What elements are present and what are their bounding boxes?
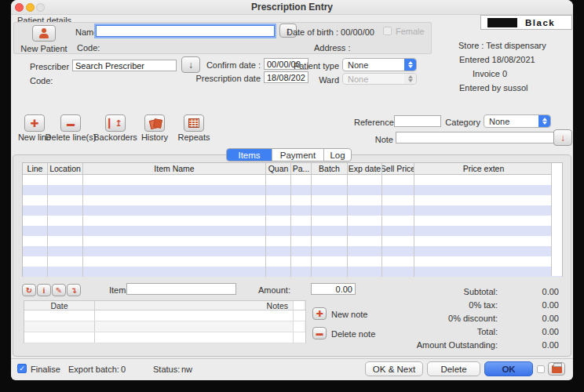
notes-row[interactable] [24,310,305,321]
close-window-icon[interactable] [15,3,24,12]
stepper-arrows-icon [538,115,550,127]
repeats-grid-icon [188,118,199,128]
pencil-icon: ✎ [56,286,62,295]
logo-mark-icon [487,18,517,27]
dob-label: Date of birth : [287,27,338,37]
patient-code-label: Code: [77,43,100,53]
status-value: nw [181,365,192,374]
table-row[interactable] [23,185,562,195]
item-input[interactable] [126,283,236,295]
prescriber-code-label: Code: [30,76,53,85]
col-line[interactable]: Line [23,163,48,174]
category-value: None [489,117,509,126]
new-patient-button[interactable] [32,25,56,42]
table-row[interactable] [23,226,562,236]
repeats-label: Repeats [174,132,214,142]
info-icon: i [43,286,46,295]
minimize-window-icon[interactable] [26,3,35,12]
table-row[interactable] [23,236,562,246]
history-button[interactable] [144,114,165,132]
table-row[interactable] [23,195,562,205]
entered-by-value: sussol [503,83,527,93]
col-pack[interactable]: Pa... [291,163,312,174]
repeats-button[interactable] [184,114,204,132]
directions-button[interactable]: ↴ [67,284,81,296]
tab-log[interactable]: Log [323,149,351,161]
table-row[interactable] [23,246,562,256]
table-row[interactable] [23,267,562,277]
prescriber-search-input[interactable] [72,60,177,71]
female-label: Female [396,27,425,36]
col-exp-date[interactable]: Exp date [348,163,382,174]
title-bar[interactable]: Prescription Entry [11,0,573,15]
ward-select: None [342,73,417,85]
store-label: Store : [458,41,484,50]
delete-button[interactable]: Delete [427,361,480,376]
minus-icon: ▬ [67,119,75,128]
entered-by-label: Entered by [459,83,501,93]
invoice-label: Invoice [473,69,500,78]
note-input[interactable] [396,132,562,143]
down-arrow-icon: ↓ [560,132,565,143]
notes-row[interactable] [24,321,305,332]
backorder-arrow-icon: ▎↥ [108,118,122,129]
col-item-name[interactable]: Item Name [83,163,266,174]
print-checkbox[interactable] [537,365,545,373]
backorders-label: Backorders [89,132,141,142]
new-line-button[interactable]: ✚ [24,114,45,132]
col-batch[interactable]: Batch [312,163,348,174]
total-label: Total: [322,327,498,336]
female-checkbox[interactable] [383,27,392,35]
col-price-exten[interactable]: Price exten [414,163,553,174]
table-row[interactable] [23,256,562,267]
tab-items[interactable]: Items [227,149,272,161]
ok-button[interactable]: OK [484,361,533,376]
edit-note-button[interactable]: ✎ [52,284,66,296]
dob-value: 00/00/00 [341,27,374,37]
amount-label: Amount: [258,285,290,295]
zoom-window-icon[interactable] [36,3,45,12]
history-label: History [137,132,173,142]
table-row[interactable] [23,216,562,226]
item-label: Item: [109,285,128,295]
col-quan[interactable]: Quan [266,163,291,174]
prescriber-search-button[interactable]: ↓ [181,56,200,73]
discount-row: 0% discount: 0.00 [322,311,559,325]
print-button[interactable] [548,362,565,376]
patient-type-select[interactable]: None [342,58,417,71]
delete-lines-button[interactable]: ▬ [60,114,81,132]
logo-box: Black [480,15,572,30]
finalise-checkbox[interactable]: ✓ [17,364,27,373]
col-location[interactable]: Location [48,163,83,174]
subtotal-value: 0.00 [498,287,559,296]
info-button[interactable]: i [37,284,51,296]
notes-row[interactable] [24,332,305,343]
notes-scroll-strip [293,301,304,310]
amount-outstanding-value: 0.00 [498,340,559,350]
confirm-date-label: Confirm date : [199,60,261,70]
col-sell-price[interactable]: Sell Price [382,163,414,174]
patient-name-input[interactable] [96,25,275,37]
table-scrollbar[interactable] [551,163,562,276]
tab-payment[interactable]: Payment [272,149,323,161]
notes-col-date[interactable]: Date [24,301,95,310]
entered-by-line: Entered by sussol [459,83,527,93]
note-add-button[interactable]: ↓ [553,129,572,146]
entered-value: 18/08/2021 [492,55,535,64]
store-line: Store : Test dispensary [458,41,546,50]
reference-input[interactable] [394,115,441,127]
entered-line: Entered 18/08/2021 [459,55,535,64]
backorders-button[interactable]: ▎↥ [105,114,126,132]
refresh-button[interactable]: ↻ [22,284,36,296]
discount-value: 0.00 [498,314,559,323]
category-select[interactable]: None [484,114,551,128]
prescription-date-input[interactable] [264,71,308,83]
printer-icon [552,365,562,373]
refresh-icon: ↻ [26,286,32,295]
table-row[interactable] [23,175,562,185]
table-row[interactable] [23,205,562,216]
discount-label: 0% discount: [322,314,498,323]
notes-col-notes[interactable]: Notes [95,301,293,310]
ok-and-next-button[interactable]: OK & Next [365,361,423,376]
subtotal-row: Subtotal: 0.00 [322,285,559,298]
